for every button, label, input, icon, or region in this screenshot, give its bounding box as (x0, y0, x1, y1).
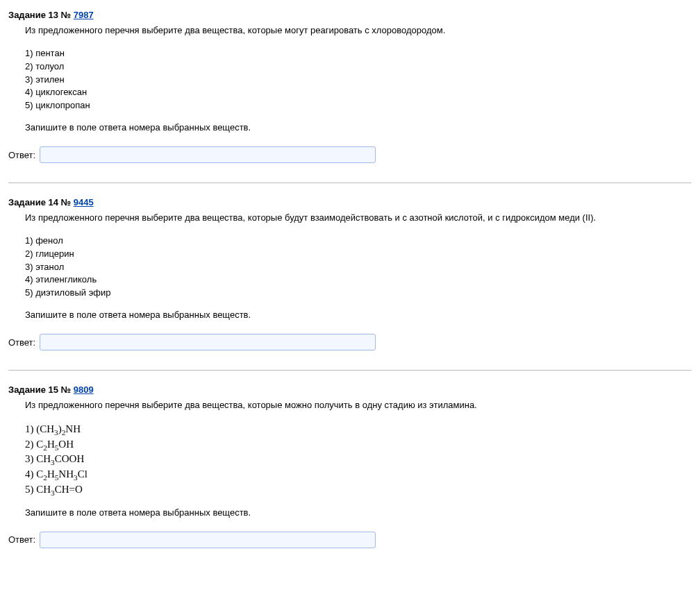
task-id-link[interactable]: 9809 (74, 384, 94, 395)
answer-label: Ответ: (8, 150, 35, 160)
option-item: 4) C2H5NH3Cl (25, 467, 692, 482)
task-prompt: Из предложенного перечня выберите два ве… (25, 399, 692, 412)
options-list: 1) пентан 2) толуол 3) этилен 4) циклоге… (25, 47, 692, 112)
task-label: Задание 13 № (8, 10, 71, 20)
option-item: 4) циклогексан (25, 86, 692, 99)
answer-row: Ответ: (8, 146, 692, 163)
task-instruction: Запишите в поле ответа номера выбранных … (25, 122, 692, 133)
answer-label: Ответ: (8, 534, 35, 545)
answer-input[interactable] (40, 334, 376, 350)
option-item: 3) этанол (25, 261, 692, 274)
option-item: 1) фенол (25, 235, 692, 248)
option-item: 3) CH3COOH (25, 452, 692, 467)
task-label: Задание 15 № (8, 384, 71, 395)
answer-input[interactable] (40, 532, 376, 548)
options-list: 1) фенол 2) глицерин 3) этанол 4) этилен… (25, 235, 692, 300)
option-item: 2) глицерин (25, 248, 692, 261)
task-header: Задание 15 № 9809 (8, 384, 692, 395)
task-body: Из предложенного перечня выберите два ве… (25, 212, 692, 320)
answer-label: Ответ: (8, 337, 35, 348)
task-label: Задание 14 № (8, 197, 71, 207)
option-item: 4) этиленгликоль (25, 273, 692, 287)
option-item: 5) CH3CH=O (25, 482, 692, 498)
task-instruction: Запишите в поле ответа номера выбранных … (25, 310, 692, 320)
option-item: 1) (CH3)2NH (25, 422, 692, 437)
separator (8, 183, 692, 183)
option-item: 1) пентан (25, 47, 692, 60)
task-id-link[interactable]: 7987 (74, 10, 94, 20)
options-list: 1) (CH3)2NH 2) C2H5OH 3) CH3COOH 4) C2H5… (25, 422, 692, 498)
task-id-link[interactable]: 9445 (74, 197, 94, 207)
answer-row: Ответ: (8, 532, 692, 548)
task-header: Задание 14 № 9445 (8, 197, 692, 207)
task-prompt: Из предложенного перечня выберите два ве… (25, 24, 692, 37)
answer-input[interactable] (40, 146, 376, 163)
option-item: 5) диэтиловый эфир (25, 287, 692, 300)
option-item: 3) этилен (25, 74, 692, 87)
task-block: Задание 14 № 9445 Из предложенного переч… (8, 193, 692, 363)
answer-row: Ответ: (8, 334, 692, 350)
task-instruction: Запишите в поле ответа номера выбранных … (25, 507, 692, 518)
task-body: Из предложенного перечня выберите два ве… (25, 399, 692, 518)
task-block: Задание 15 № 9809 Из предложенного переч… (8, 380, 692, 561)
task-block: Задание 13 № 7987 Из предложенного переч… (8, 6, 692, 176)
task-body: Из предложенного перечня выберите два ве… (25, 24, 692, 133)
separator (8, 370, 692, 371)
option-item: 2) толуол (25, 60, 692, 74)
option-item: 2) C2H5OH (25, 437, 692, 452)
task-prompt: Из предложенного перечня выберите два ве… (25, 212, 692, 225)
task-header: Задание 13 № 7987 (8, 10, 692, 20)
option-item: 5) циклопропан (25, 99, 692, 112)
